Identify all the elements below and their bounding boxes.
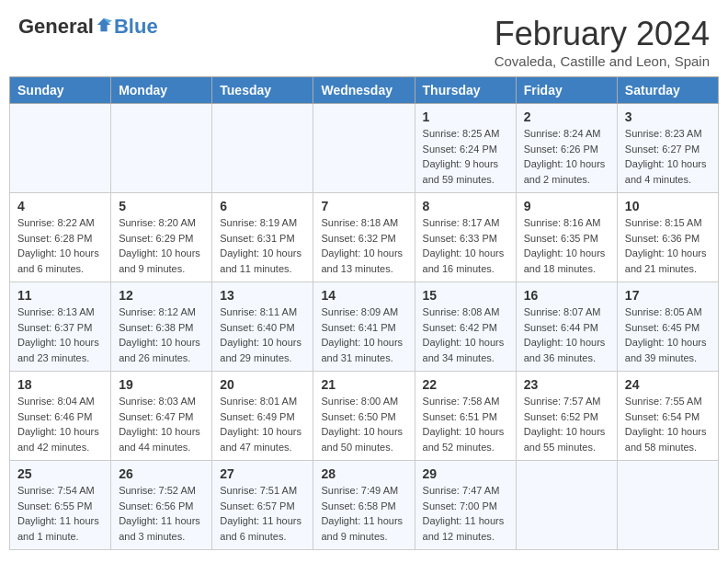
day-number: 19 xyxy=(119,377,204,392)
month-title: February 2024 xyxy=(495,15,710,53)
day-number: 18 xyxy=(17,377,103,392)
day-info: Sunrise: 8:04 AMSunset: 6:46 PMDaylight:… xyxy=(17,394,103,454)
day-info: Sunrise: 8:19 AMSunset: 6:31 PMDaylight:… xyxy=(220,215,305,276)
day-header-wednesday: Wednesday xyxy=(313,77,415,104)
calendar-cell: 23Sunrise: 7:57 AMSunset: 6:52 PMDayligh… xyxy=(516,372,617,461)
calendar-cell: 18Sunrise: 8:04 AMSunset: 6:46 PMDayligh… xyxy=(10,372,111,461)
calendar-week-4: 18Sunrise: 8:04 AMSunset: 6:46 PMDayligh… xyxy=(10,372,719,461)
calendar-cell: 1Sunrise: 8:25 AMSunset: 6:24 PMDaylight… xyxy=(415,104,516,193)
day-info: Sunrise: 7:57 AMSunset: 6:52 PMDaylight:… xyxy=(524,394,609,454)
calendar-cell: 12Sunrise: 8:12 AMSunset: 6:38 PMDayligh… xyxy=(111,282,212,372)
day-info: Sunrise: 7:52 AMSunset: 6:56 PMDaylight:… xyxy=(119,483,204,544)
day-number: 25 xyxy=(17,466,103,481)
calendar-cell: 13Sunrise: 8:11 AMSunset: 6:40 PMDayligh… xyxy=(212,282,313,372)
calendar-cell: 2Sunrise: 8:24 AMSunset: 6:26 PMDaylight… xyxy=(516,104,617,193)
day-number: 15 xyxy=(423,288,508,303)
logo: General Blue xyxy=(18,15,158,39)
day-number: 5 xyxy=(119,199,204,213)
location-title: Covaleda, Castille and Leon, Spain xyxy=(495,53,710,69)
day-info: Sunrise: 8:24 AMSunset: 6:26 PMDaylight:… xyxy=(524,126,609,187)
calendar-cell xyxy=(10,104,111,193)
day-info: Sunrise: 7:54 AMSunset: 6:55 PMDaylight:… xyxy=(17,483,103,544)
day-number: 1 xyxy=(423,109,508,124)
calendar-cell: 22Sunrise: 7:58 AMSunset: 6:51 PMDayligh… xyxy=(415,372,516,461)
calendar-week-3: 11Sunrise: 8:13 AMSunset: 6:37 PMDayligh… xyxy=(10,282,719,372)
calendar-cell: 3Sunrise: 8:23 AMSunset: 6:27 PMDaylight… xyxy=(617,104,718,193)
day-header-thursday: Thursday xyxy=(415,77,516,104)
calendar-cell: 10Sunrise: 8:15 AMSunset: 6:36 PMDayligh… xyxy=(617,193,718,282)
day-info: Sunrise: 8:11 AMSunset: 6:40 PMDaylight:… xyxy=(220,304,305,365)
day-number: 17 xyxy=(625,288,711,303)
day-number: 14 xyxy=(321,288,406,303)
calendar-cell: 24Sunrise: 7:55 AMSunset: 6:54 PMDayligh… xyxy=(617,372,718,461)
day-info: Sunrise: 8:22 AMSunset: 6:28 PMDaylight:… xyxy=(17,215,103,276)
day-number: 9 xyxy=(524,199,609,213)
day-number: 7 xyxy=(321,199,406,213)
calendar-cell xyxy=(313,104,415,193)
day-info: Sunrise: 8:07 AMSunset: 6:44 PMDaylight:… xyxy=(524,304,609,365)
calendar-cell xyxy=(212,104,313,193)
day-number: 3 xyxy=(625,109,711,124)
day-number: 26 xyxy=(119,466,204,481)
day-number: 13 xyxy=(220,288,305,303)
day-number: 11 xyxy=(17,288,103,303)
day-number: 27 xyxy=(220,466,305,481)
calendar-cell: 8Sunrise: 8:17 AMSunset: 6:33 PMDaylight… xyxy=(415,193,516,282)
calendar-cell xyxy=(111,104,212,193)
day-number: 28 xyxy=(321,466,406,481)
calendar-cell: 11Sunrise: 8:13 AMSunset: 6:37 PMDayligh… xyxy=(10,282,111,372)
calendar-cell: 16Sunrise: 8:07 AMSunset: 6:44 PMDayligh… xyxy=(516,282,617,372)
day-info: Sunrise: 8:08 AMSunset: 6:42 PMDaylight:… xyxy=(423,304,508,365)
day-info: Sunrise: 8:12 AMSunset: 6:38 PMDaylight:… xyxy=(119,304,204,365)
day-number: 24 xyxy=(625,377,711,392)
day-number: 4 xyxy=(17,199,103,213)
calendar-table: SundayMondayTuesdayWednesdayThursdayFrid… xyxy=(9,76,719,550)
calendar-cell: 20Sunrise: 8:01 AMSunset: 6:49 PMDayligh… xyxy=(212,372,313,461)
day-info: Sunrise: 8:20 AMSunset: 6:29 PMDaylight:… xyxy=(119,215,204,276)
calendar-cell: 5Sunrise: 8:20 AMSunset: 6:29 PMDaylight… xyxy=(111,193,212,282)
calendar-cell xyxy=(516,461,617,550)
calendar-cell xyxy=(617,461,718,550)
day-number: 12 xyxy=(119,288,204,303)
day-header-sunday: Sunday xyxy=(10,77,111,104)
logo-bird-icon xyxy=(96,17,112,33)
day-number: 22 xyxy=(423,377,508,392)
calendar-cell: 6Sunrise: 8:19 AMSunset: 6:31 PMDaylight… xyxy=(212,193,313,282)
day-info: Sunrise: 8:05 AMSunset: 6:45 PMDaylight:… xyxy=(625,304,711,365)
calendar-cell: 17Sunrise: 8:05 AMSunset: 6:45 PMDayligh… xyxy=(617,282,718,372)
day-info: Sunrise: 8:18 AMSunset: 6:32 PMDaylight:… xyxy=(321,215,406,276)
day-info: Sunrise: 7:55 AMSunset: 6:54 PMDaylight:… xyxy=(625,394,711,454)
day-header-monday: Monday xyxy=(111,77,212,104)
day-number: 21 xyxy=(321,377,406,392)
day-info: Sunrise: 8:13 AMSunset: 6:37 PMDaylight:… xyxy=(17,304,103,365)
calendar-cell: 19Sunrise: 8:03 AMSunset: 6:47 PMDayligh… xyxy=(111,372,212,461)
day-number: 29 xyxy=(423,466,508,481)
calendar-cell: 25Sunrise: 7:54 AMSunset: 6:55 PMDayligh… xyxy=(10,461,111,550)
day-info: Sunrise: 8:15 AMSunset: 6:36 PMDaylight:… xyxy=(625,215,711,276)
calendar: SundayMondayTuesdayWednesdayThursdayFrid… xyxy=(0,76,728,559)
calendar-cell: 29Sunrise: 7:47 AMSunset: 7:00 PMDayligh… xyxy=(415,461,516,550)
calendar-cell: 27Sunrise: 7:51 AMSunset: 6:57 PMDayligh… xyxy=(212,461,313,550)
calendar-cell: 4Sunrise: 8:22 AMSunset: 6:28 PMDaylight… xyxy=(10,193,111,282)
day-number: 10 xyxy=(625,199,711,213)
day-info: Sunrise: 8:09 AMSunset: 6:41 PMDaylight:… xyxy=(321,304,406,365)
day-info: Sunrise: 7:58 AMSunset: 6:51 PMDaylight:… xyxy=(423,394,508,454)
title-block: February 2024 Covaleda, Castille and Leo… xyxy=(495,15,710,69)
calendar-week-2: 4Sunrise: 8:22 AMSunset: 6:28 PMDaylight… xyxy=(10,193,719,282)
calendar-cell: 15Sunrise: 8:08 AMSunset: 6:42 PMDayligh… xyxy=(415,282,516,372)
day-info: Sunrise: 8:17 AMSunset: 6:33 PMDaylight:… xyxy=(423,215,508,276)
page-header: General Blue February 2024 Covaleda, Cas… xyxy=(0,0,728,76)
day-number: 6 xyxy=(220,199,305,213)
day-header-friday: Friday xyxy=(516,77,617,104)
day-info: Sunrise: 7:47 AMSunset: 7:00 PMDaylight:… xyxy=(423,483,508,544)
calendar-cell: 21Sunrise: 8:00 AMSunset: 6:50 PMDayligh… xyxy=(313,372,415,461)
day-number: 23 xyxy=(524,377,609,392)
day-info: Sunrise: 8:00 AMSunset: 6:50 PMDaylight:… xyxy=(321,394,406,454)
day-info: Sunrise: 8:23 AMSunset: 6:27 PMDaylight:… xyxy=(625,126,711,187)
calendar-cell: 26Sunrise: 7:52 AMSunset: 6:56 PMDayligh… xyxy=(111,461,212,550)
day-info: Sunrise: 8:25 AMSunset: 6:24 PMDaylight:… xyxy=(423,126,508,187)
day-number: 8 xyxy=(423,199,508,213)
logo-blue: Blue xyxy=(114,15,158,39)
logo-general: General xyxy=(18,15,94,38)
day-info: Sunrise: 7:51 AMSunset: 6:57 PMDaylight:… xyxy=(220,483,305,544)
